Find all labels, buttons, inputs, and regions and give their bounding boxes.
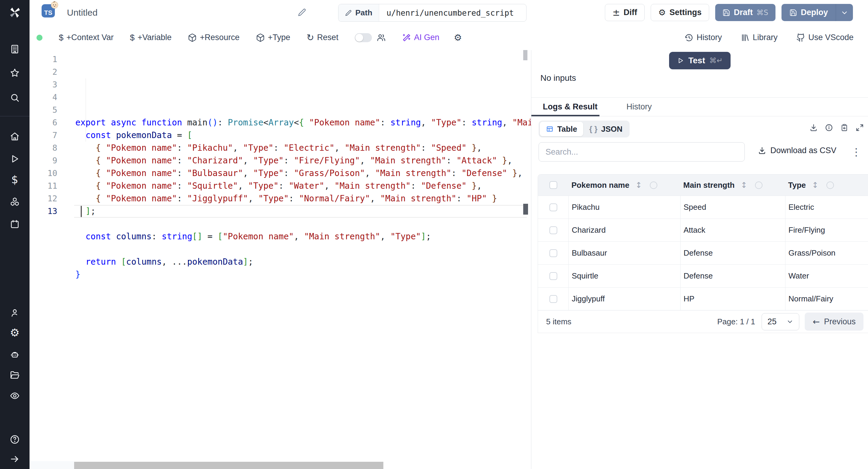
bot-icon[interactable] <box>10 350 20 360</box>
table-icon <box>546 125 554 133</box>
draft-button[interactable]: Draft ⌘S <box>715 4 775 21</box>
path-value[interactable]: u/henri/unencumbered_script <box>379 4 526 22</box>
code-line: { "Pokemon name": "Pikachu", "Type": "El… <box>75 142 531 154</box>
page-title: Untitled <box>67 0 98 25</box>
table-cell: Defense <box>680 242 785 264</box>
editor-scroll-corner <box>30 461 74 469</box>
collab-toggle[interactable] <box>355 33 372 42</box>
editor-code[interactable]: export async function main(): Promise<Ar… <box>74 50 531 469</box>
download-csv-button[interactable]: Download as CSV <box>758 146 836 155</box>
indent-guide <box>86 79 86 142</box>
line-number: 12 <box>30 192 74 205</box>
diff-button[interactable]: ± Diff <box>605 4 645 21</box>
editor-vertical-scrollbar[interactable] <box>523 50 527 60</box>
left-sidebar: $ ⚙ <box>0 0 30 469</box>
more-options-kebab-icon[interactable]: ⋮ <box>851 145 861 159</box>
folder-icon[interactable] <box>10 370 20 380</box>
add-context-var-button[interactable]: $ +Context Var <box>59 33 114 42</box>
editor-settings-gear-icon[interactable]: ⚙ <box>454 32 462 43</box>
previous-page-button[interactable]: ← Previous <box>805 313 864 331</box>
page-size-select[interactable]: 25 <box>762 313 799 330</box>
building-icon[interactable] <box>10 44 20 54</box>
download-icon[interactable] <box>809 124 818 132</box>
line-number: 6 <box>30 116 74 129</box>
tab-history[interactable]: History <box>627 102 652 112</box>
ai-gen-button[interactable]: AI Gen <box>402 33 439 42</box>
column-handle[interactable] <box>755 182 763 189</box>
column-header[interactable]: Main strength↕ <box>680 181 785 190</box>
library-button[interactable]: Library <box>741 33 778 42</box>
row-checkbox[interactable] <box>550 204 557 211</box>
package-icon <box>188 33 197 42</box>
home-icon[interactable] <box>10 131 20 142</box>
row-checkbox[interactable] <box>550 272 557 280</box>
sort-icon[interactable]: ↕ <box>635 181 642 190</box>
path-widget[interactable]: Path u/henri/unencumbered_script <box>338 4 527 22</box>
code-line: const pokemonData = [ <box>75 129 531 142</box>
windmill-logo-icon[interactable] <box>8 5 22 19</box>
calendar-icon[interactable] <box>10 219 20 229</box>
line-number: 10 <box>30 167 74 180</box>
clipboard-copy-icon[interactable] <box>840 124 848 132</box>
code-line <box>75 243 531 256</box>
settings-button[interactable]: ⚙ Settings <box>651 4 709 21</box>
row-checkbox[interactable] <box>550 226 557 234</box>
line-number: 9 <box>30 154 74 167</box>
column-header[interactable]: Type↕ <box>785 181 868 190</box>
edit-title-pencil-icon[interactable] <box>298 8 306 17</box>
sidebar-divider <box>0 116 30 116</box>
table-cell: Bulbasaur <box>568 242 680 264</box>
add-resource-button[interactable]: +Resource <box>188 33 239 42</box>
play-icon[interactable] <box>10 154 20 164</box>
select-all-checkbox[interactable] <box>550 181 557 189</box>
editor-gutter: 12345678910111213 <box>30 50 74 469</box>
add-type-button[interactable]: +Type <box>256 33 290 42</box>
row-checkbox[interactable] <box>550 295 557 303</box>
help-icon[interactable] <box>10 434 20 445</box>
dollar-icon[interactable]: $ <box>10 174 20 184</box>
column-header[interactable]: Pokemon name↕ <box>568 181 680 190</box>
row-checkbox[interactable] <box>550 249 557 257</box>
dollar-icon: $ <box>59 33 64 42</box>
code-editor[interactable]: 12345678910111213 export async function … <box>30 50 531 469</box>
sort-icon[interactable]: ↕ <box>812 181 818 190</box>
star-icon[interactable] <box>10 68 20 78</box>
deploy-dropdown-button[interactable] <box>836 4 853 21</box>
run-panel: Test ⌘↵ No inputs Logs & Result History … <box>531 50 868 469</box>
sort-icon[interactable]: ↕ <box>741 181 747 190</box>
path-label-segment: Path <box>338 4 379 22</box>
eye-icon[interactable] <box>10 390 20 401</box>
view-json-button[interactable]: { } JSON <box>583 122 628 136</box>
editor-horizontal-scrollbar[interactable] <box>74 462 383 469</box>
library-icon <box>741 33 749 42</box>
line-number: 11 <box>30 180 74 192</box>
arrow-right-icon[interactable] <box>10 454 20 464</box>
use-vscode-button[interactable]: Use VScode <box>796 33 854 42</box>
line-number: 4 <box>30 91 74 104</box>
gear-icon[interactable]: ⚙ <box>10 327 20 337</box>
deploy-button[interactable]: Deploy <box>781 4 836 21</box>
add-variable-button[interactable]: $ +Variable <box>130 33 172 42</box>
users-icon[interactable] <box>377 33 386 42</box>
text-cursor <box>81 206 82 217</box>
history-button[interactable]: History <box>684 33 722 42</box>
tab-logs-result[interactable]: Logs & Result <box>543 102 598 112</box>
column-handle[interactable] <box>650 182 657 189</box>
code-line: { "Pokemon name": "Jigglypuff", "Type": … <box>75 192 531 205</box>
reset-button[interactable]: ↻ Reset <box>307 32 338 43</box>
script-emoji-icon <box>50 0 59 9</box>
view-table-button[interactable]: Table <box>540 122 583 136</box>
test-button[interactable]: Test ⌘↵ <box>669 52 731 69</box>
table-cell: Charizard <box>568 219 680 242</box>
table-row: SquirtleDefenseWater <box>538 264 868 287</box>
result-table-footer: 5 items Page: 1 / 1 25 ← Previous <box>538 310 868 333</box>
column-handle[interactable] <box>827 182 834 189</box>
user-icon[interactable] <box>10 308 20 318</box>
table-row: BulbasaurDefenseGrass/Poison <box>538 242 868 264</box>
expand-icon[interactable] <box>856 124 864 132</box>
info-icon[interactable] <box>825 124 833 132</box>
boxes-icon[interactable] <box>10 197 20 207</box>
code-line: { "Pokemon name": "Squirtle", "Type": "W… <box>75 180 531 192</box>
search-input[interactable] <box>538 142 745 162</box>
search-icon[interactable] <box>10 93 20 103</box>
